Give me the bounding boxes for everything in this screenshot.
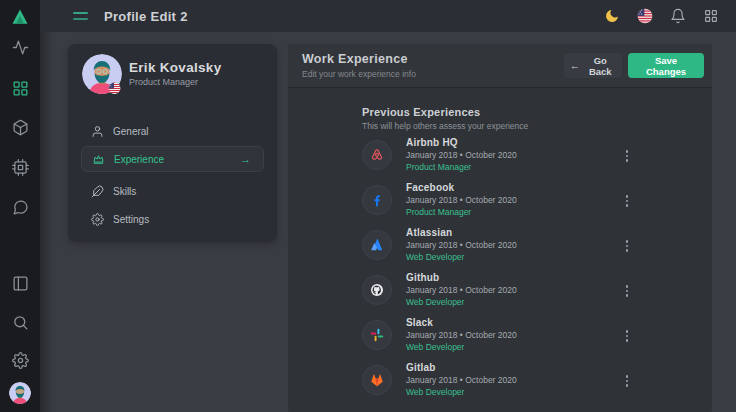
company-role: Web Developer bbox=[406, 252, 517, 262]
user-icon bbox=[91, 125, 104, 138]
company-logo-icon bbox=[369, 237, 385, 253]
language-flag-icon[interactable] bbox=[636, 7, 654, 25]
topbar-actions bbox=[603, 7, 736, 25]
company-logo bbox=[362, 365, 392, 395]
company-logo-icon bbox=[369, 372, 385, 388]
experience-row: Github January 2018 • October 2020 Web D… bbox=[362, 272, 652, 312]
page-title: Profile Edit 2 bbox=[104, 9, 188, 24]
row-menu-button[interactable] bbox=[620, 371, 634, 391]
arrow-right-icon: → bbox=[240, 153, 251, 165]
menu-item-general[interactable]: General bbox=[81, 122, 264, 140]
row-menu-button[interactable] bbox=[620, 236, 634, 256]
menu-item-skills[interactable]: Skills bbox=[81, 182, 264, 200]
crown-icon bbox=[92, 153, 105, 166]
company-dates: January 2018 • October 2020 bbox=[406, 285, 517, 295]
profile-card: Erik Kovalsky Product Manager General Ex… bbox=[68, 44, 277, 242]
cpu-chip-icon[interactable] bbox=[0, 156, 40, 178]
company-logo bbox=[362, 320, 392, 350]
menu-item-label: Skills bbox=[113, 186, 136, 197]
menu-item-label: Experience bbox=[114, 154, 164, 165]
company-logo-icon bbox=[369, 147, 385, 163]
menu-toggle-icon[interactable] bbox=[73, 11, 88, 21]
company-logo bbox=[362, 275, 392, 305]
go-back-label: Go Back bbox=[585, 55, 617, 77]
top-bar: Profile Edit 2 bbox=[40, 0, 736, 32]
company-logo bbox=[362, 140, 392, 170]
menu-item-label: Settings bbox=[113, 214, 149, 225]
layout-sidebar-icon[interactable] bbox=[0, 272, 40, 294]
dashboard-grid-icon[interactable] bbox=[0, 77, 40, 99]
menu-item-settings[interactable]: Settings bbox=[81, 210, 264, 228]
section-subtitle: This will help others assess your experi… bbox=[362, 121, 528, 131]
gear-icon bbox=[91, 213, 104, 226]
company-role: Web Developer bbox=[406, 297, 517, 307]
company-logo-icon bbox=[369, 327, 385, 343]
user-name: Erik Kovalsky bbox=[129, 60, 221, 75]
company-dates: January 2018 • October 2020 bbox=[406, 330, 517, 340]
brand-logo[interactable] bbox=[0, 5, 40, 29]
company-logo bbox=[362, 230, 392, 260]
company-name: Slack bbox=[406, 317, 517, 328]
save-changes-button[interactable]: Save Changes bbox=[628, 53, 704, 78]
company-logo bbox=[362, 185, 392, 215]
settings-gear-icon[interactable] bbox=[0, 349, 40, 371]
panel-title: Work Experience bbox=[302, 52, 408, 66]
user-role: Product Manager bbox=[129, 77, 198, 87]
company-role: Web Developer bbox=[406, 387, 517, 397]
company-dates: January 2018 • October 2020 bbox=[406, 150, 517, 160]
package-box-icon[interactable] bbox=[0, 116, 40, 138]
activity-icon[interactable] bbox=[0, 36, 40, 58]
go-back-button[interactable]: ← Go Back bbox=[564, 53, 622, 78]
company-logo-icon bbox=[369, 192, 385, 208]
row-menu-button[interactable] bbox=[620, 326, 634, 346]
menu-item-experience[interactable]: Experience → bbox=[81, 146, 264, 172]
content-area: Erik Kovalsky Product Manager General Ex… bbox=[40, 32, 736, 412]
avatar-icon bbox=[9, 382, 31, 404]
row-menu-button[interactable] bbox=[620, 281, 634, 301]
arrow-left-icon: ← bbox=[570, 60, 580, 71]
experience-row: Facebook January 2018 • October 2020 Pro… bbox=[362, 182, 652, 222]
search-icon[interactable] bbox=[0, 311, 40, 333]
experience-row: Airbnb HQ January 2018 • October 2020 Pr… bbox=[362, 137, 652, 177]
us-flag-icon bbox=[108, 82, 121, 94]
section-title: Previous Experiences bbox=[362, 106, 480, 118]
company-name: Airbnb HQ bbox=[406, 137, 517, 148]
notifications-bell-icon[interactable] bbox=[669, 7, 687, 25]
triangle-logo-icon bbox=[10, 7, 30, 27]
company-role: Product Manager bbox=[406, 207, 517, 217]
experience-row: Slack January 2018 • October 2020 Web De… bbox=[362, 317, 652, 357]
experience-row: Atlassian January 2018 • October 2020 We… bbox=[362, 227, 652, 267]
company-logo-icon bbox=[369, 282, 385, 298]
row-menu-button[interactable] bbox=[620, 146, 634, 166]
company-role: Product Manager bbox=[406, 162, 517, 172]
company-dates: January 2018 • October 2020 bbox=[406, 375, 517, 385]
work-experience-panel: Work Experience Edit your work experienc… bbox=[288, 44, 712, 412]
dark-mode-moon-icon[interactable] bbox=[603, 7, 621, 25]
app-window: Profile Edit 2 Erik Koval bbox=[0, 0, 736, 412]
company-dates: January 2018 • October 2020 bbox=[406, 240, 517, 250]
feather-pen-icon bbox=[91, 185, 104, 198]
row-menu-button[interactable] bbox=[620, 191, 634, 211]
menu-item-label: General bbox=[113, 126, 149, 137]
avatar-flag-badge bbox=[108, 81, 121, 94]
panel-subtitle: Edit your work experience info bbox=[302, 69, 416, 79]
company-name: Gitlab bbox=[406, 362, 517, 373]
company-name: Facebook bbox=[406, 182, 517, 193]
rail-user-avatar[interactable] bbox=[9, 382, 31, 404]
company-role: Web Developer bbox=[406, 342, 517, 352]
company-name: Atlassian bbox=[406, 227, 517, 238]
apps-grid-icon[interactable] bbox=[702, 7, 720, 25]
company-dates: January 2018 • October 2020 bbox=[406, 195, 517, 205]
icon-rail bbox=[0, 0, 40, 412]
panel-header: Work Experience Edit your work experienc… bbox=[288, 44, 712, 88]
chat-bubble-icon[interactable] bbox=[0, 196, 40, 218]
company-name: Github bbox=[406, 272, 517, 283]
experience-row: Gitlab January 2018 • October 2020 Web D… bbox=[362, 362, 652, 402]
